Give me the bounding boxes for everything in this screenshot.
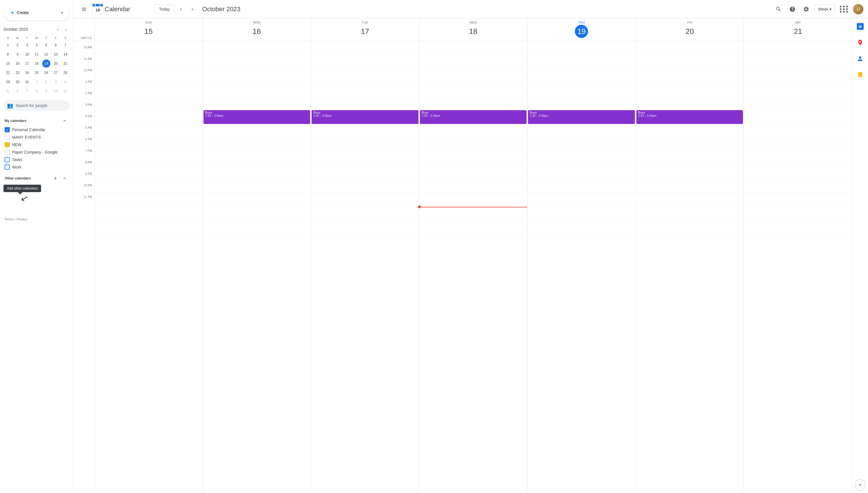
calendar-item-personal[interactable]: ✓ Personal Calendar <box>0 126 73 133</box>
mini-day[interactable]: 4 <box>32 41 41 49</box>
mini-day[interactable]: 13 <box>52 50 60 58</box>
calendar-item-many[interactable]: MANY EVENTS <box>0 133 73 141</box>
calendar-checkbox[interactable]: ✓ <box>5 127 10 132</box>
event-busy-fri[interactable]: Busy 2:30 – 3:30pm <box>636 110 743 124</box>
mini-day-today[interactable]: 19 <box>42 60 50 68</box>
day-header-thu[interactable]: THU 19 <box>527 18 636 41</box>
mini-day[interactable]: 1 <box>4 41 12 49</box>
settings-button[interactable] <box>800 3 812 15</box>
mini-prev-button[interactable]: ‹ <box>54 25 62 34</box>
calendar-item-paper[interactable]: Paper Company - Google <box>0 148 73 156</box>
mini-day[interactable]: 27 <box>52 69 60 77</box>
mini-day[interactable]: 5 <box>4 87 12 95</box>
mini-day[interactable]: 10 <box>23 50 31 58</box>
mini-day[interactable]: 10 <box>52 87 60 95</box>
search-people-button[interactable]: 👥 Search for people <box>3 100 70 111</box>
mini-day[interactable]: 6 <box>52 41 60 49</box>
day-column-sun[interactable] <box>94 41 203 493</box>
mini-day[interactable]: 31 <box>23 78 31 86</box>
mini-day[interactable]: 24 <box>23 69 31 77</box>
mini-day[interactable]: 7 <box>23 87 31 95</box>
next-week-button[interactable]: › <box>187 4 198 14</box>
mini-day[interactable]: 20 <box>52 60 60 68</box>
mini-day[interactable]: 4 <box>61 78 69 86</box>
event-busy-tue[interactable]: Busy 2:30 – 3:30pm <box>312 110 418 124</box>
terms-link[interactable]: Terms <box>5 217 13 221</box>
mini-day[interactable]: 8 <box>32 87 41 95</box>
meet-icon[interactable]: M <box>854 21 866 32</box>
day-header-wed[interactable]: WED 18 <box>419 18 527 41</box>
mini-day[interactable]: 11 <box>61 87 69 95</box>
mini-day[interactable]: 29 <box>4 78 12 86</box>
day-column-wed[interactable]: Busy 2:30 – 3:30pm <box>419 41 527 493</box>
mini-day[interactable]: 22 <box>4 69 12 77</box>
mini-day[interactable]: 26 <box>42 69 50 77</box>
help-button[interactable] <box>787 3 798 15</box>
add-other-calendars-button[interactable]: + <box>51 174 60 183</box>
user-avatar[interactable]: U <box>853 4 863 14</box>
mini-day[interactable]: 8 <box>4 50 12 58</box>
view-selector[interactable]: Week ▾ <box>814 4 835 14</box>
mini-day[interactable]: 14 <box>61 50 69 58</box>
mini-day[interactable]: 9 <box>42 87 50 95</box>
maps-icon[interactable] <box>854 37 866 48</box>
day-header-sat[interactable]: SAT 21 <box>744 18 852 41</box>
mini-day[interactable]: 2 <box>14 41 22 49</box>
mini-day[interactable]: 11 <box>32 50 41 58</box>
mini-day[interactable]: 2 <box>42 78 50 86</box>
calendar-checkbox[interactable] <box>5 150 10 155</box>
calendar-checkbox[interactable] <box>5 135 10 140</box>
other-calendars-collapse[interactable] <box>61 174 69 183</box>
mini-day[interactable]: 17 <box>23 60 31 68</box>
day-header-sun[interactable]: SUN 15 <box>94 18 203 41</box>
calendar-item-tasks[interactable]: Tasks <box>0 156 73 164</box>
day-column-sat[interactable] <box>744 41 852 493</box>
calendar-label: Tasks <box>12 157 22 162</box>
create-button[interactable]: + Create ▾ <box>5 5 69 21</box>
calendar-item-new[interactable]: NEW <box>0 141 73 148</box>
mini-day[interactable]: 3 <box>52 78 60 86</box>
day-header-tue[interactable]: TUE 17 <box>311 18 419 41</box>
mini-day[interactable]: 6 <box>14 87 22 95</box>
mini-day[interactable]: 18 <box>32 60 41 68</box>
calendar-checkbox[interactable] <box>5 142 10 147</box>
my-calendars-collapse[interactable] <box>61 117 69 125</box>
day-column-mon[interactable]: Busy 2:30 – 3:30pm <box>203 41 311 493</box>
contacts-icon[interactable] <box>854 53 866 64</box>
mini-day[interactable]: 25 <box>32 69 41 77</box>
bookmark-icon[interactable] <box>854 69 866 81</box>
mini-day[interactable]: 3 <box>23 41 31 49</box>
prev-week-button[interactable]: ‹ <box>176 4 186 14</box>
mini-day[interactable]: 30 <box>14 78 22 86</box>
mini-day[interactable]: 5 <box>42 41 50 49</box>
mini-day[interactable]: 7 <box>61 41 69 49</box>
privacy-link[interactable]: Privacy <box>17 217 27 221</box>
event-busy-wed[interactable]: Busy 2:30 – 3:30pm <box>420 110 527 124</box>
mini-day[interactable]: 1 <box>32 78 41 86</box>
calendar-item-work[interactable]: Work <box>0 164 73 171</box>
mini-day[interactable]: 12 <box>42 50 50 58</box>
terms-separator: – <box>14 217 17 221</box>
search-button[interactable] <box>773 3 784 15</box>
day-column-tue[interactable]: Busy 2:30 – 3:30pm <box>311 41 419 493</box>
day-header-mon[interactable]: MON 16 <box>203 18 311 41</box>
mini-day[interactable]: 23 <box>14 69 22 77</box>
today-button[interactable]: Today <box>154 4 175 14</box>
add-apps-button[interactable]: + <box>854 479 866 491</box>
event-busy-thu[interactable]: Busy 2:30 – 3:30pm <box>528 110 635 124</box>
mini-day[interactable]: 9 <box>14 50 22 58</box>
day-column-fri[interactable]: Busy 2:30 – 3:30pm <box>636 41 744 493</box>
calendar-checkbox[interactable] <box>5 165 10 170</box>
mini-day[interactable]: 15 <box>4 60 12 68</box>
day-header-fri[interactable]: FRI 20 <box>636 18 744 41</box>
mini-day[interactable]: 16 <box>14 60 22 68</box>
hamburger-menu[interactable] <box>78 3 90 15</box>
calendar-checkbox[interactable] <box>5 157 10 162</box>
mini-day[interactable]: 28 <box>61 69 69 77</box>
event-busy-mon[interactable]: Busy 2:30 – 3:30pm <box>204 110 311 124</box>
tooltip-box: Add other calendars <box>3 185 41 192</box>
mini-next-button[interactable]: › <box>62 25 70 34</box>
day-column-thu[interactable]: Busy 2:30 – 3:30pm <box>527 41 636 493</box>
mini-day[interactable]: 21 <box>61 60 69 68</box>
apps-button[interactable] <box>838 3 851 15</box>
